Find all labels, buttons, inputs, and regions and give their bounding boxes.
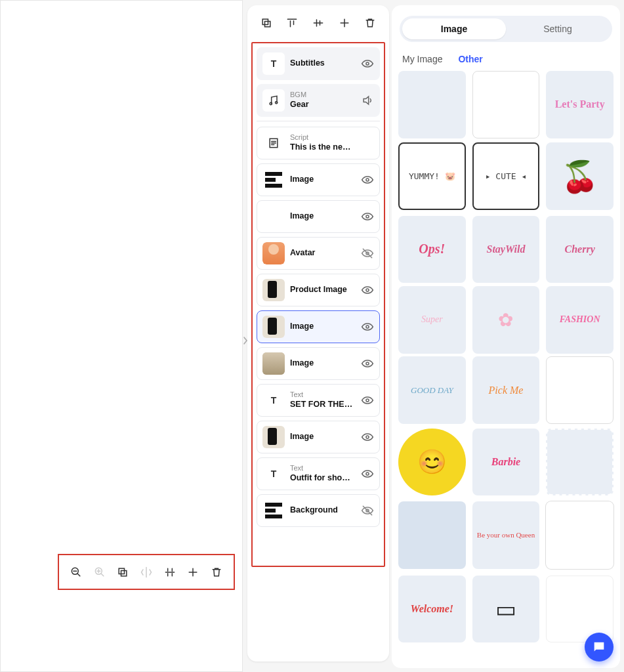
layer-item[interactable]: Background xyxy=(257,494,380,527)
layer-thumb xyxy=(262,279,285,301)
align-horizontal-icon[interactable] xyxy=(161,563,179,581)
svg-point-7 xyxy=(270,102,272,104)
eye-icon[interactable] xyxy=(361,357,374,370)
layer-item[interactable]: BGMGear xyxy=(257,84,380,117)
layer-thumb xyxy=(262,316,285,338)
segment-setting[interactable]: Setting xyxy=(506,18,610,39)
svg-point-6 xyxy=(366,62,369,65)
layer-item[interactable]: TTextOutfit for sho… xyxy=(257,457,380,490)
layer-label: Image xyxy=(290,358,356,369)
layer-item[interactable]: Image xyxy=(257,163,380,196)
asset-item[interactable]: Let's Party xyxy=(546,71,614,138)
trash-icon[interactable] xyxy=(363,16,377,30)
layer-item[interactable]: Image xyxy=(257,347,380,380)
asset-item[interactable] xyxy=(546,501,614,569)
asset-item[interactable] xyxy=(398,71,466,138)
eye-icon[interactable] xyxy=(361,467,374,480)
layer-label: TextOutfit for sho… xyxy=(290,464,356,483)
asset-item[interactable] xyxy=(546,429,614,496)
asset-item[interactable]: Super xyxy=(398,286,466,354)
asset-item[interactable]: YUMMY! 🐷 xyxy=(398,142,466,210)
tab-my-image[interactable]: My Image xyxy=(402,54,442,64)
layer-label: Product Image xyxy=(290,285,356,295)
svg-point-17 xyxy=(366,436,369,438)
eye-icon[interactable] xyxy=(361,210,374,223)
trash-icon[interactable] xyxy=(207,563,226,581)
layers-toolbar xyxy=(247,5,389,42)
layer-item[interactable]: ScriptThis is the ne… xyxy=(257,127,380,159)
svg-point-13 xyxy=(366,289,369,291)
layer-thumb: T xyxy=(262,52,285,75)
eye-icon[interactable] xyxy=(361,394,374,407)
plus-icon[interactable] xyxy=(337,16,352,30)
asset-item[interactable]: Cherry xyxy=(546,216,614,284)
canvas-toolbar xyxy=(58,554,235,590)
eye-icon[interactable] xyxy=(361,320,374,333)
svg-rect-2 xyxy=(119,568,124,574)
layer-thumb xyxy=(262,169,285,191)
asset-item[interactable]: ▭ xyxy=(472,576,540,643)
layer-label: BGMGear xyxy=(290,91,356,110)
eye-icon[interactable] xyxy=(361,284,374,297)
svg-rect-5 xyxy=(264,22,270,27)
asset-item[interactable]: Barbie xyxy=(472,429,540,496)
layer-thumb xyxy=(262,89,285,112)
asset-item[interactable]: StayWild xyxy=(472,216,540,284)
layer-item[interactable]: Avatar xyxy=(257,237,380,270)
asset-item[interactable] xyxy=(398,501,466,569)
tab-other[interactable]: Other xyxy=(458,54,482,64)
svg-point-15 xyxy=(366,362,369,365)
eye-icon[interactable] xyxy=(361,173,374,186)
layers-list: TSubtitlesBGMGearScriptThis is the ne…Im… xyxy=(251,42,385,567)
plus-icon[interactable] xyxy=(184,563,202,581)
asset-item[interactable]: Pick Me xyxy=(472,356,540,424)
segment-image[interactable]: Image xyxy=(402,18,506,39)
layer-label: Subtitles xyxy=(290,58,356,69)
layer-thumb xyxy=(262,426,285,448)
copy-icon[interactable] xyxy=(259,16,274,30)
align-top-icon[interactable] xyxy=(285,16,299,30)
asset-item[interactable] xyxy=(546,356,614,424)
asset-item[interactable]: 😊 xyxy=(398,429,466,496)
layer-thumb xyxy=(262,132,285,154)
layer-label: ScriptThis is the ne… xyxy=(290,133,374,152)
layer-item[interactable]: TSubtitles xyxy=(257,47,380,80)
layer-item[interactable]: TTextSET FOR THE… xyxy=(257,384,380,417)
layer-label: Image xyxy=(290,432,356,442)
canvas-area xyxy=(0,0,243,672)
chat-bubble-button[interactable] xyxy=(585,633,614,662)
svg-point-14 xyxy=(366,326,369,328)
eye-off-icon[interactable] xyxy=(361,247,374,260)
svg-point-11 xyxy=(366,215,369,218)
eye-icon[interactable] xyxy=(361,57,374,70)
layer-item[interactable]: Product Image xyxy=(257,274,380,306)
asset-item[interactable]: GOOD DAY xyxy=(398,356,466,424)
copy-icon[interactable] xyxy=(114,563,132,581)
asset-item[interactable]: ✿ xyxy=(472,286,540,354)
eye-icon[interactable] xyxy=(361,430,374,444)
svg-point-10 xyxy=(366,178,369,181)
asset-item[interactable] xyxy=(546,576,614,643)
layer-divider xyxy=(257,121,380,121)
svg-rect-4 xyxy=(262,19,268,24)
asset-item[interactable]: 🍒 xyxy=(546,142,614,210)
layer-label: Avatar xyxy=(290,248,356,259)
svg-rect-3 xyxy=(121,570,127,576)
layer-item[interactable]: Image xyxy=(257,421,380,453)
sound-icon[interactable] xyxy=(361,94,374,107)
svg-point-18 xyxy=(366,472,369,475)
asset-item[interactable] xyxy=(472,71,540,138)
asset-item[interactable]: ▸ CUTE ◂ xyxy=(472,142,540,210)
layer-label: Image xyxy=(290,322,356,332)
zoom-out-icon[interactable] xyxy=(67,563,85,581)
asset-item[interactable]: Ops! xyxy=(398,216,466,284)
eye-off-icon[interactable] xyxy=(361,504,374,517)
layer-item[interactable]: Image xyxy=(257,310,380,343)
align-center-icon[interactable] xyxy=(311,16,325,30)
asset-item[interactable]: Welcome! xyxy=(398,576,466,643)
asset-item[interactable]: FASHION xyxy=(546,286,614,354)
svg-point-8 xyxy=(276,102,278,104)
layer-item[interactable]: Image xyxy=(257,200,380,233)
asset-item[interactable]: Be your own Queen xyxy=(472,501,540,569)
svg-point-16 xyxy=(366,399,369,402)
